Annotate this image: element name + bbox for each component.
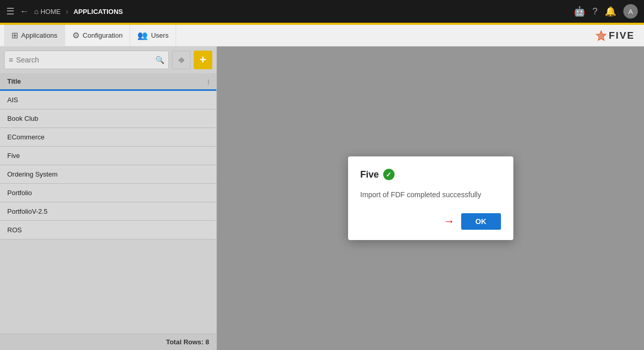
sidebar: ≡ 🔍 ⎆ + Title | AIS Book Club [0,46,217,350]
dialog-title: Five ✓ [360,169,501,180]
row-title: Portfolio [7,189,32,197]
nav-users-label: Users [151,31,168,39]
row-title: AIS [7,96,18,104]
sidebar-toolbar: ≡ 🔍 ⎆ + [0,46,216,73]
ok-button[interactable]: OK [461,213,501,230]
list-header: Title | [0,73,216,91]
dialog-message: Import of FDF completed successfully [360,190,501,199]
users-icon: 👥 [137,30,148,40]
dialog-footer: → OK [360,213,501,230]
list-item[interactable]: Five [0,147,216,165]
home-label: HOME [40,8,60,15]
dialog-overlay: Five ✓ Import of FDF completed successfu… [217,46,644,350]
hamburger-icon[interactable]: ☰ [6,6,14,17]
search-container: ≡ 🔍 [4,51,169,69]
add-icon: + [200,53,207,67]
list-item[interactable]: AIS [0,91,216,109]
dialog-check-icon: ✓ [383,169,395,180]
sidebar-footer: Total Rows: 8 [0,333,216,350]
back-icon[interactable]: ← [20,6,29,17]
list-item[interactable]: PortfolioV-2.5 [0,202,216,221]
nav-applications-label: Applications [21,31,57,39]
row-title: ROS [7,226,22,234]
configuration-icon: ⚙ [72,30,80,40]
row-title: ECommerce [7,133,44,141]
search-mag-icon: 🔍 [155,56,164,64]
applications-icon: ⊞ [11,30,18,40]
list-item[interactable]: ECommerce [0,128,216,147]
nav-users[interactable]: 👥 Users [130,25,176,46]
breadcrumb-separator: › [66,7,68,15]
import-icon: ⎆ [179,55,184,66]
arrow-hint-icon: → [444,215,455,228]
five-logo-icon [595,29,607,41]
row-title: Book Club [7,115,38,122]
row-title: Ordering System [7,170,58,178]
nav-configuration[interactable]: ⚙ Configuration [65,25,130,46]
column-sort-icon: | [208,78,209,85]
robot-icon[interactable]: 🤖 [574,6,585,17]
list-item[interactable]: ROS [0,221,216,240]
secondary-nav: ⊞ Applications ⚙ Configuration 👥 Users F… [0,25,644,46]
avatar[interactable]: A [623,4,638,19]
import-button[interactable]: ⎆ [172,51,191,69]
main-layout: ≡ 🔍 ⎆ + Title | AIS Book Club [0,46,644,350]
search-input[interactable] [16,56,152,64]
breadcrumb-current: APPLICATIONS [73,8,123,15]
column-title-label: Title [7,77,21,85]
total-rows-label: Total Rows: 8 [166,338,209,346]
dialog-title-text: Five [360,169,379,180]
row-title: PortfolioV-2.5 [7,208,48,215]
home-link[interactable]: ⌂ HOME [34,7,60,15]
list-item[interactable]: Ordering System [0,165,216,184]
home-icon: ⌂ [34,7,38,15]
five-logo: FIVE [595,29,640,41]
row-title: Five [7,152,20,160]
nav-applications[interactable]: ⊞ Applications [4,25,65,46]
top-bar-left: ☰ ← ⌂ HOME › APPLICATIONS [6,6,568,17]
dialog: Five ✓ Import of FDF completed successfu… [348,156,513,240]
filter-icon: ≡ [9,56,13,64]
add-button[interactable]: + [194,51,212,69]
list-item[interactable]: Portfolio [0,184,216,202]
content-area: Five ✓ Import of FDF completed successfu… [217,46,644,350]
list-item[interactable]: Book Club [0,109,216,128]
bell-icon[interactable]: 🔔 [605,6,616,17]
top-bar-right: 🤖 ? 🔔 A [574,4,638,19]
nav-configuration-label: Configuration [83,31,122,39]
list-table: Title | AIS Book Club ECommerce Five Ord… [0,73,216,333]
help-icon[interactable]: ? [592,6,598,17]
top-bar: ☰ ← ⌂ HOME › APPLICATIONS 🤖 ? 🔔 A [0,0,644,23]
five-logo-text: FIVE [609,30,635,41]
